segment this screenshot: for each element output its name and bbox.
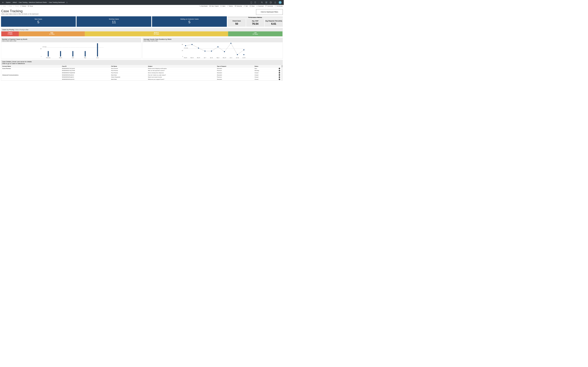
svg-point-56 [185,45,186,46]
alerts-button[interactable]: Alerts [220,6,225,7]
priority-segment-low[interactable]: Low19 Cases [228,31,283,36]
breadcrumb-dashboard[interactable]: Case Tracking Dashboard [49,2,65,3]
svg-text:Feb 24: Feb 24 [184,57,187,58]
scrollbar-thumb[interactable] [282,65,282,67]
breadcrumb: Explore / default / Case Tracking - Sale… [6,2,65,3]
chart-hint: Click a Date mark to filter [2,40,140,42]
comments-label: Comments [267,6,273,7]
svg-text:May 5: May 5 [217,57,219,58]
svg-text:Jun 30: Jun 30 [242,57,245,58]
status-card-label: Waiting on Customer Cases [152,18,227,20]
fullscreen-label: Full Screen [277,6,283,7]
perf-card-csat[interactable]: Avg. CSAT 76.54 [246,19,264,27]
priority-segment-high[interactable]: High23 Cases [19,31,85,36]
perf-card-closed[interactable]: Closed Cases 50 [228,19,246,27]
breadcrumb-sep: / [48,2,48,3]
svg-rect-31 [48,51,49,57]
table-scrollbar[interactable] [281,65,283,80]
share-button[interactable]: Share [250,6,255,7]
table-header[interactable]: Account Name [1,65,61,67]
redo-button[interactable]: Redo [7,6,12,7]
table-row[interactable]: Acme Partners5003i0000017SOQAA2Paul Part… [1,67,281,69]
priority-segment-medium[interactable]: Medium50 Cases [85,31,228,36]
arrow-right-icon[interactable]: ➔ [279,70,280,71]
svg-line-4 [262,3,263,3]
table-row[interactable]: 5003i0000017SQ7AAMPaul PartnerWas our la… [1,69,281,72]
table-row[interactable]: Advanced Communications5003i000001Rs3iAA… [1,74,281,76]
list-icon[interactable] [265,2,267,3]
data-details-button[interactable]: Data Details [199,6,208,7]
perf-card-response[interactable]: Avg. Response Time (mins) 6.61 [265,19,283,27]
favorite-star-icon[interactable] [66,2,68,3]
bar-chart-body[interactable]: 110AverageFebruaryMarchAprilMayJune [1,42,141,59]
status-card-value: 5 [1,20,76,24]
table-header[interactable]: Full Name [110,65,147,67]
priority-segment-critical[interactable]: Critical6 Cases [1,31,19,36]
breadcrumb-default[interactable]: default [12,2,17,3]
details-title: Case Details [2,61,11,62]
breadcrumb-workbook[interactable]: Case Tracking - Salesforce Dashboard Sta… [18,2,47,3]
undo-button[interactable]: Undo [1,6,6,7]
priority-title: Cases by Priority [2,29,14,30]
svg-text:Average: Average [43,46,47,47]
view-button[interactable]: View: Original [209,6,218,7]
svg-rect-33 [60,51,61,57]
perf-card-value: 50 [228,22,245,25]
chart-duration-by-week: Average Hourly Case Duration by Week Cli… [143,38,283,59]
table-row[interactable]: 5003i000001Rs3jAACKathy FitzpatrickNeed … [1,76,281,78]
download-label: Download [258,6,264,7]
svg-point-60 [211,50,212,52]
details-hint: | Hover over arrow for details [11,61,32,62]
priority-panel: Cases by Priority | Click a Priority to … [1,28,283,36]
status-card-waiting[interactable]: Waiting on Customer Cases 5 [152,16,227,27]
status-card-working[interactable]: Working Cases 11 [77,16,151,27]
dashboard-header: Case Tracking Click a case status below … [1,8,283,15]
metrics-label: Metrics [229,6,233,7]
dashboard-area: Case Tracking Click a case status below … [0,7,284,82]
svg-point-57 [191,44,192,45]
help-icon[interactable]: ? [270,1,272,3]
svg-text:20: 20 [182,44,183,45]
download-button[interactable]: Download [256,6,264,7]
arrow-right-icon[interactable]: ➔ [279,79,280,80]
notifications-icon[interactable] [274,1,276,3]
svg-text:May: May [84,57,86,58]
revert-button[interactable]: Revert [13,6,19,7]
svg-point-64 [237,54,238,55]
status-card-new[interactable]: New Cases 5 [1,16,76,27]
table-header[interactable]: Case ID [61,65,110,67]
device-preview-icon[interactable] [251,1,252,3]
dashboard-filters-button[interactable]: Click for Dashboard Filters [256,9,283,15]
svg-text:March: March [59,57,62,58]
subscribe-button[interactable]: Subscribe [234,6,242,7]
view-label: View: Original [211,6,219,7]
svg-text:Average: Average [184,47,188,49]
arrow-right-icon[interactable]: ➔ [279,76,280,78]
back-icon[interactable] [2,2,4,3]
toolbar: Undo Redo Revert Refresh Pause Data Deta… [0,5,284,7]
fullscreen-button[interactable]: Full Screen [275,6,283,7]
comments-button[interactable]: Comments [265,6,273,7]
search-icon[interactable] [261,2,263,3]
status-card-label: Working Cases [77,18,151,20]
pause-button[interactable]: Pause [27,6,33,7]
refresh-button[interactable]: Refresh [20,6,26,7]
breadcrumb-explore[interactable]: Explore [6,2,11,3]
arrow-right-icon[interactable]: ➔ [279,68,280,69]
edit-button[interactable]: Edit [244,6,248,7]
arrow-right-icon[interactable]: ➔ [279,72,280,74]
svg-text:Apr 7: Apr 7 [204,57,206,58]
table-row[interactable]: 5003i0000017SQ8AAMPaul PartnerItems miss… [1,72,281,74]
avatar[interactable]: BS [279,1,282,4]
line-chart-body[interactable]: 01020AverageFeb 24Mar 10Mar 24Apr 7Apr 2… [143,42,283,59]
svg-rect-39 [97,43,98,57]
arrow-right-icon[interactable]: ➔ [279,74,280,76]
svg-point-3 [261,2,262,3]
data-source-icon[interactable] [255,2,256,3]
table-header[interactable]: Status [253,65,276,67]
svg-point-2 [255,2,256,2]
table-row[interactable]: 5003i000001Rs3uAACMark MetzWhat are your… [1,78,281,80]
table-header[interactable]: Type of Support [216,65,253,67]
metrics-button[interactable]: Metrics [227,6,233,7]
table-header[interactable]: Subject [147,65,216,67]
